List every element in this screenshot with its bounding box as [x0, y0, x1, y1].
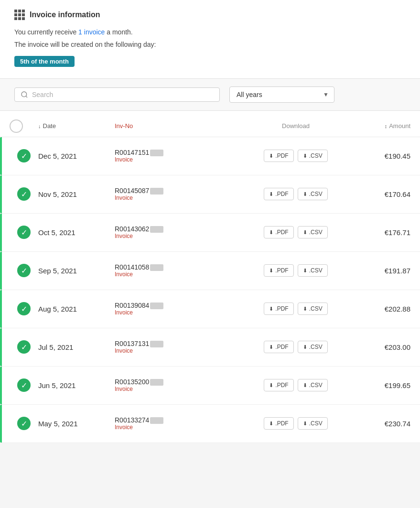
- inv-label-3: Invoice: [115, 271, 248, 278]
- redacted-5: [150, 341, 163, 347]
- row-check-7[interactable]: ✓: [10, 417, 38, 430]
- invoice-count-link[interactable]: 1 invoice: [78, 28, 105, 36]
- csv-label-6: .CSV: [309, 382, 323, 389]
- download-csv-icon-7: ⬇: [303, 421, 307, 427]
- search-input[interactable]: [32, 91, 214, 98]
- row-check-4[interactable]: ✓: [10, 302, 38, 315]
- invoice-info-text1-post: a month.: [105, 28, 132, 36]
- row-download-4: ⬇ .PDF ⬇ .CSV: [248, 303, 344, 315]
- search-icon: [21, 91, 28, 98]
- page-container: Invoice information You currently receiv…: [0, 0, 420, 443]
- row-date-2: Oct 5, 2021: [38, 228, 115, 237]
- download-pdf-icon-4: ⬇: [269, 306, 273, 312]
- table-row: ✓ Oct 5, 2021 R00143062 Invoice ⬇ .PDF ⬇…: [0, 214, 420, 252]
- invoice-info-text2: The invoice will be created on the follo…: [14, 39, 406, 50]
- row-amount-4: €202.88: [344, 305, 410, 313]
- pdf-label-4: .PDF: [275, 305, 288, 312]
- select-all-circle[interactable]: [10, 119, 23, 133]
- row-date-7: May 5, 2021: [38, 420, 115, 428]
- pdf-label-1: .PDF: [275, 191, 288, 197]
- download-pdf-btn-2[interactable]: ⬇ .PDF: [264, 226, 293, 238]
- download-pdf-btn-0[interactable]: ⬇ .PDF: [264, 150, 293, 162]
- download-csv-btn-7[interactable]: ⬇ .CSV: [298, 417, 328, 430]
- csv-label-4: .CSV: [309, 305, 323, 312]
- sort-amount-icon: ↕: [385, 123, 388, 129]
- download-pdf-btn-4[interactable]: ⬇ .PDF: [264, 303, 293, 315]
- row-amount-3: €191.87: [344, 267, 410, 275]
- row-amount-1: €170.64: [344, 190, 410, 198]
- header-download-label: Download: [282, 122, 310, 130]
- row-check-5[interactable]: ✓: [10, 340, 38, 354]
- table-row: ✓ Nov 5, 2021 R00145087 Invoice ⬇ .PDF ⬇…: [0, 175, 420, 214]
- redacted-6: [150, 379, 163, 386]
- csv-label-7: .CSV: [309, 420, 323, 427]
- inv-number-5: R00137131: [115, 340, 248, 347]
- row-date-4: Aug 5, 2021: [38, 305, 115, 313]
- row-download-2: ⬇ .PDF ⬇ .CSV: [248, 226, 344, 238]
- pdf-label-6: .PDF: [275, 382, 288, 389]
- header-amount[interactable]: ↕ Amount: [344, 122, 410, 130]
- download-pdf-icon-5: ⬇: [269, 344, 273, 350]
- header-date-label: Date: [43, 122, 56, 130]
- check-circle-1: ✓: [17, 187, 31, 201]
- row-date-1: Nov 5, 2021: [38, 190, 115, 198]
- row-check-0[interactable]: ✓: [10, 149, 38, 162]
- download-csv-btn-0[interactable]: ⬇ .CSV: [298, 150, 328, 162]
- row-download-0: ⬇ .PDF ⬇ .CSV: [248, 150, 344, 162]
- row-check-3[interactable]: ✓: [10, 264, 38, 277]
- row-check-2[interactable]: ✓: [10, 226, 38, 239]
- row-amount-7: €230.74: [344, 420, 410, 428]
- inv-number-2: R00143062: [115, 225, 248, 233]
- row-download-1: ⬇ .PDF ⬇ .CSV: [248, 188, 344, 200]
- pdf-label-7: .PDF: [275, 420, 288, 427]
- download-pdf-btn-3[interactable]: ⬇ .PDF: [264, 264, 293, 277]
- download-csv-icon-1: ⬇: [303, 191, 307, 197]
- csv-label-0: .CSV: [309, 152, 323, 159]
- inv-label-1: Invoice: [115, 195, 248, 201]
- invoice-info-text1: You currently receive 1 invoice a month.: [14, 27, 406, 37]
- download-pdf-icon-1: ⬇: [269, 191, 273, 197]
- row-download-3: ⬇ .PDF ⬇ .CSV: [248, 264, 344, 277]
- download-pdf-btn-1[interactable]: ⬇ .PDF: [264, 188, 293, 200]
- invoice-info-text1-pre: You currently receive: [14, 28, 78, 36]
- download-csv-btn-2[interactable]: ⬇ .CSV: [298, 226, 328, 238]
- inv-label-0: Invoice: [115, 156, 248, 163]
- download-pdf-btn-7[interactable]: ⬇ .PDF: [264, 417, 293, 430]
- check-circle-6: ✓: [17, 378, 31, 392]
- download-csv-btn-6[interactable]: ⬇ .CSV: [298, 379, 328, 391]
- row-check-1[interactable]: ✓: [10, 187, 38, 201]
- header-date[interactable]: ↓ Date: [38, 122, 115, 130]
- svg-point-0: [22, 92, 27, 97]
- download-pdf-icon-7: ⬇: [269, 421, 273, 427]
- pdf-label-3: .PDF: [275, 267, 288, 274]
- download-csv-btn-1[interactable]: ⬇ .CSV: [298, 188, 328, 200]
- search-filter-section: All years 2021 2020 2019 ▼: [0, 79, 420, 111]
- invoice-info-header: Invoice information: [14, 10, 406, 20]
- inv-label-5: Invoice: [115, 347, 248, 354]
- year-select[interactable]: All years 2021 2020 2019: [229, 86, 334, 103]
- download-csv-icon-5: ⬇: [303, 344, 307, 350]
- csv-label-3: .CSV: [309, 267, 323, 274]
- download-pdf-btn-5[interactable]: ⬇ .PDF: [264, 341, 293, 353]
- table-row: ✓ Dec 5, 2021 R00147151 Invoice ⬇ .PDF ⬇…: [0, 137, 420, 175]
- download-csv-btn-3[interactable]: ⬇ .CSV: [298, 264, 328, 277]
- row-download-7: ⬇ .PDF ⬇ .CSV: [248, 417, 344, 430]
- row-amount-5: €203.00: [344, 343, 410, 351]
- download-pdf-icon-0: ⬇: [269, 153, 273, 159]
- table-row: ✓ Sep 5, 2021 R00141058 Invoice ⬇ .PDF ⬇…: [0, 252, 420, 290]
- download-pdf-icon-3: ⬇: [269, 268, 273, 274]
- search-box: [14, 87, 220, 102]
- download-csv-btn-5[interactable]: ⬇ .CSV: [298, 341, 328, 353]
- download-pdf-icon-2: ⬇: [269, 229, 273, 236]
- download-csv-btn-4[interactable]: ⬇ .CSV: [298, 303, 328, 315]
- pdf-label-5: .PDF: [275, 344, 288, 350]
- redacted-4: [150, 303, 163, 309]
- table-row: ✓ Jun 5, 2021 R00135200 Invoice ⬇ .PDF ⬇…: [0, 367, 420, 405]
- row-check-6[interactable]: ✓: [10, 378, 38, 392]
- row-download-5: ⬇ .PDF ⬇ .CSV: [248, 341, 344, 353]
- row-date-5: Jul 5, 2021: [38, 343, 115, 351]
- redacted-0: [150, 150, 163, 156]
- inv-number-0: R00147151: [115, 149, 248, 156]
- row-date-6: Jun 5, 2021: [38, 381, 115, 389]
- download-pdf-btn-6[interactable]: ⬇ .PDF: [264, 379, 293, 391]
